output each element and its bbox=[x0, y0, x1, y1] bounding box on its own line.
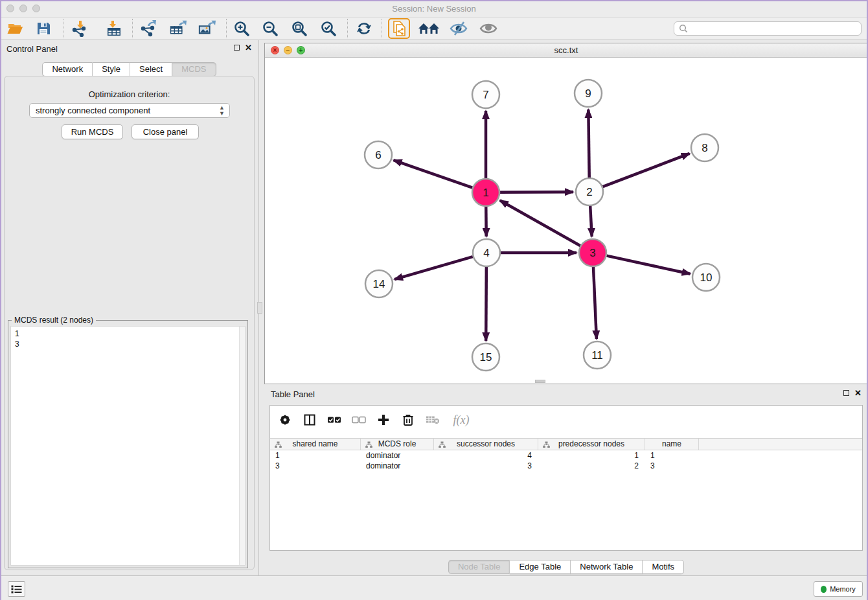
float-table-panel-icon[interactable] bbox=[843, 390, 849, 396]
fx-label: f(x) bbox=[453, 413, 470, 427]
graph-node-14[interactable]: 14 bbox=[365, 270, 393, 297]
table-cell[interactable]: dominator bbox=[361, 450, 434, 461]
edge-2-8[interactable] bbox=[603, 154, 690, 187]
zoom-in-icon[interactable] bbox=[233, 19, 251, 38]
chevron-updown-icon: ▲▼ bbox=[219, 105, 225, 117]
tab-network[interactable]: Network bbox=[42, 62, 93, 76]
show-graphics-icon[interactable] bbox=[478, 19, 499, 38]
mcds-result-textarea[interactable]: 1 3 bbox=[10, 326, 246, 566]
table-cell[interactable]: 1 bbox=[270, 450, 361, 461]
close-panel-button[interactable]: Close panel bbox=[131, 124, 199, 139]
add-row-icon[interactable] bbox=[376, 413, 391, 427]
graph-node-8[interactable]: 8 bbox=[691, 134, 718, 161]
column-header-successor-nodes[interactable]: successor nodes bbox=[434, 439, 538, 450]
close-panel-icon[interactable]: ✕ bbox=[245, 44, 252, 51]
network-window-titlebar[interactable]: × − + scc.txt bbox=[265, 43, 867, 58]
tab-node-table[interactable]: Node Table bbox=[448, 560, 510, 574]
node-table: shared nameMCDS rolesuccessor nodesprede… bbox=[270, 438, 862, 471]
edge-1-2[interactable] bbox=[500, 192, 573, 192]
column-settings-icon[interactable] bbox=[303, 413, 317, 427]
table-cell[interactable]: 3 bbox=[434, 461, 538, 471]
table-row[interactable]: 3dominator323 bbox=[270, 461, 862, 471]
tab-edge-table[interactable]: Edge Table bbox=[510, 560, 571, 574]
graph-node-4[interactable]: 4 bbox=[473, 239, 500, 266]
node-label: 10 bbox=[700, 271, 713, 284]
select-all-icon[interactable] bbox=[327, 413, 341, 427]
table-cell[interactable]: 3 bbox=[645, 461, 699, 471]
settings-gear-icon[interactable] bbox=[278, 413, 292, 427]
tab-select[interactable]: Select bbox=[130, 62, 172, 76]
result-scrollbar[interactable] bbox=[239, 327, 245, 565]
zoom-selected-icon[interactable] bbox=[319, 19, 337, 38]
table-cell[interactable]: 1 bbox=[645, 450, 699, 461]
export-table-icon[interactable] bbox=[169, 19, 187, 38]
graph-node-9[interactable]: 9 bbox=[575, 80, 602, 107]
tab-network-table[interactable]: Network Table bbox=[571, 560, 643, 574]
edge-3-11[interactable] bbox=[593, 267, 597, 339]
node-label: 7 bbox=[483, 89, 488, 101]
panel-splitter-handle[interactable] bbox=[257, 302, 262, 314]
optimization-dropdown[interactable]: strongly connected component ▲▼ bbox=[29, 103, 230, 118]
table-row[interactable]: 1dominator411 bbox=[270, 450, 862, 461]
graph-node-6[interactable]: 6 bbox=[365, 141, 392, 168]
function-builder-icon: f(x) bbox=[450, 413, 472, 427]
column-header-predecessor-nodes[interactable]: predecessor nodes bbox=[538, 439, 645, 450]
hide-graphics-icon[interactable] bbox=[448, 19, 469, 38]
import-table-icon[interactable] bbox=[105, 19, 123, 38]
table-cell[interactable]: 1 bbox=[538, 450, 645, 461]
toolbar-separator bbox=[63, 19, 63, 38]
task-history-button[interactable] bbox=[8, 581, 25, 597]
clone-network-icon[interactable] bbox=[388, 18, 410, 39]
table-cell[interactable]: dominator bbox=[361, 461, 434, 471]
export-image-icon[interactable] bbox=[198, 19, 216, 38]
delete-row-icon[interactable] bbox=[401, 413, 415, 427]
edge-4-14[interactable] bbox=[394, 257, 473, 279]
table-cell[interactable]: 4 bbox=[434, 450, 538, 461]
search-input[interactable] bbox=[689, 23, 861, 34]
edge-1-6[interactable] bbox=[394, 160, 473, 187]
zoom-fit-icon[interactable] bbox=[290, 19, 308, 38]
close-table-panel-icon[interactable]: ✕ bbox=[854, 389, 862, 397]
edge-2-9[interactable] bbox=[588, 110, 589, 178]
list-icon bbox=[11, 584, 22, 594]
houses-icon[interactable] bbox=[417, 19, 440, 38]
open-session-icon[interactable] bbox=[6, 19, 24, 38]
graph-node-1[interactable]: 1 bbox=[472, 179, 499, 206]
deselect-all-icon[interactable] bbox=[352, 413, 366, 427]
edge-4-15[interactable] bbox=[486, 267, 486, 341]
memory-button[interactable]: Memory bbox=[814, 581, 863, 597]
graph-node-15[interactable]: 15 bbox=[472, 343, 499, 371]
table-cell[interactable]: 2 bbox=[538, 461, 645, 471]
run-mcds-button[interactable]: Run MCDS bbox=[62, 124, 123, 139]
node-label: 14 bbox=[373, 278, 385, 290]
graph-node-10[interactable]: 10 bbox=[692, 264, 720, 291]
float-panel-icon[interactable] bbox=[234, 45, 240, 51]
status-bar: Memory bbox=[0, 575, 868, 600]
column-header-shared-name[interactable]: shared name bbox=[270, 439, 361, 450]
edge-3-10[interactable] bbox=[606, 256, 690, 274]
search-field[interactable] bbox=[674, 21, 862, 36]
toolbar-separator bbox=[226, 19, 227, 38]
column-header-name[interactable]: name bbox=[645, 439, 699, 450]
mcds-result-title: MCDS result (2 nodes) bbox=[12, 316, 96, 325]
network-hscrollbar-thumb[interactable] bbox=[535, 380, 545, 383]
save-session-icon[interactable] bbox=[34, 19, 52, 38]
zoom-out-icon[interactable] bbox=[261, 19, 279, 38]
graph-node-7[interactable]: 7 bbox=[472, 81, 499, 108]
tab-motifs[interactable]: Motifs bbox=[643, 560, 684, 574]
apply-layout-icon[interactable] bbox=[355, 19, 373, 38]
node-label: 4 bbox=[483, 247, 489, 259]
export-network-icon[interactable] bbox=[139, 19, 157, 38]
tab-mcds[interactable]: MCDS bbox=[172, 62, 216, 76]
column-header-MCDS-role[interactable]: MCDS role bbox=[361, 439, 434, 450]
node-table-block: f(x) shared nameMCDS rolesuccessor nodes… bbox=[269, 405, 863, 551]
graph-node-3[interactable]: 3 bbox=[579, 239, 606, 266]
network-canvas[interactable]: 7968124314101511 bbox=[265, 58, 867, 384]
tab-style[interactable]: Style bbox=[93, 62, 130, 76]
graph-node-11[interactable]: 11 bbox=[584, 341, 611, 369]
edge-3-1[interactable] bbox=[500, 200, 580, 246]
import-network-icon[interactable] bbox=[70, 19, 88, 38]
edge-2-3[interactable] bbox=[590, 206, 592, 237]
table-cell[interactable]: 3 bbox=[270, 461, 361, 471]
graph-node-2[interactable]: 2 bbox=[576, 178, 603, 205]
